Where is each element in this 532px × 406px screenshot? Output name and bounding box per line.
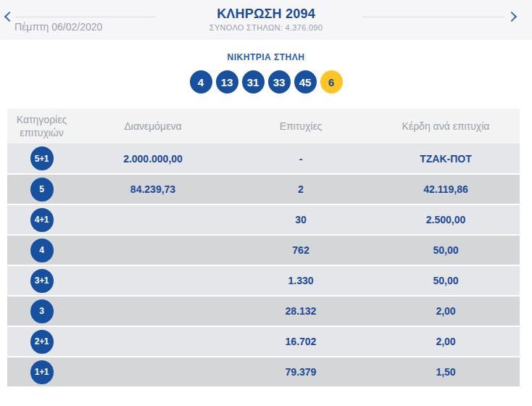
table-row: 3+1 1.330 50,00 bbox=[7, 265, 520, 296]
prize-cell: 2,00 bbox=[372, 326, 520, 357]
column-header-categories: Κατηγορίες επιτυχιών bbox=[7, 109, 76, 144]
category-badge: 3 bbox=[30, 299, 54, 323]
category-badge: 5+1 bbox=[30, 146, 54, 170]
draw-title: ΚΛΗΡΩΣΗ 2094 bbox=[0, 7, 532, 22]
table-row: 2+1 16.702 2,00 bbox=[7, 326, 520, 357]
category-badge: 3+1 bbox=[30, 269, 54, 293]
table-row: 3 28.132 2,00 bbox=[7, 296, 520, 326]
draw-navigation-bar: ΚΛΗΡΩΣΗ 2094 ΣΥΝΟΛΟ ΣΤΗΛΩΝ: 4.376.090 Πέ… bbox=[0, 0, 532, 40]
winners-cell: 30 bbox=[230, 204, 372, 235]
prize-cell: 42.119,86 bbox=[372, 174, 520, 204]
draw-date: Πέμπτη 06/02/2020 bbox=[14, 21, 102, 33]
winners-cell: - bbox=[230, 144, 372, 174]
joker-number-ball: 6 bbox=[320, 70, 343, 94]
category-badge: 1+1 bbox=[30, 360, 54, 384]
distributed-cell bbox=[76, 204, 230, 235]
distributed-cell: 2.000.000,00 bbox=[76, 144, 230, 174]
prize-cell: ΤΖΑΚ-ΠΟΤ bbox=[372, 144, 520, 174]
column-header-distributed: Διανεμόμενα bbox=[76, 109, 230, 144]
lottery-results-page: ΚΛΗΡΩΣΗ 2094 ΣΥΝΟΛΟ ΣΤΗΛΩΝ: 4.376.090 Πέ… bbox=[0, 0, 532, 406]
right-divider bbox=[362, 17, 504, 17]
winners-cell: 762 bbox=[230, 235, 372, 265]
table-header-row: Κατηγορίες επιτυχιών Διανεμόμενα Επιτυχί… bbox=[7, 109, 520, 144]
table-row: 4 762 50,00 bbox=[7, 235, 520, 265]
table-row: 5 84.239,73 2 42.119,86 bbox=[7, 174, 520, 204]
prize-cell: 2,00 bbox=[372, 296, 520, 326]
winning-numbers: 4 13 31 33 45 6 bbox=[0, 70, 532, 94]
distributed-cell bbox=[76, 235, 230, 265]
distributed-cell: 84.239,73 bbox=[76, 174, 230, 204]
prize-cell: 2.500,00 bbox=[372, 204, 520, 235]
table-row: 4+1 30 2.500,00 bbox=[7, 204, 520, 235]
table-row: 1+1 79.379 1,50 bbox=[7, 357, 520, 387]
prize-cell: 50,00 bbox=[372, 235, 520, 265]
distributed-cell bbox=[76, 296, 230, 326]
distributed-cell bbox=[76, 326, 230, 357]
number-ball-2: 13 bbox=[216, 70, 238, 94]
winners-cell: 28.132 bbox=[230, 296, 372, 326]
category-badge: 4+1 bbox=[30, 208, 54, 232]
number-ball-4: 33 bbox=[268, 70, 291, 94]
table-row: 5+1 2.000.000,00 - ΤΖΑΚ-ΠΟΤ bbox=[7, 144, 520, 174]
category-badge: 2+1 bbox=[30, 330, 54, 354]
winning-column-label: ΝΙΚΗΤΡΙΑ ΣΤΗΛΗ bbox=[0, 40, 532, 62]
category-badge: 4 bbox=[30, 239, 54, 262]
prize-cell: 1,50 bbox=[372, 357, 520, 387]
winners-cell: 79.379 bbox=[230, 357, 372, 387]
distributed-cell bbox=[76, 357, 230, 387]
category-badge: 5 bbox=[30, 178, 54, 202]
winning-column-section: ΝΙΚΗΤΡΙΑ ΣΤΗΛΗ 4 13 31 33 45 6 bbox=[0, 40, 532, 94]
number-ball-3: 31 bbox=[242, 70, 265, 94]
column-header-winners: Επιτυχίες bbox=[230, 109, 372, 144]
winners-cell: 2 bbox=[230, 174, 372, 204]
column-header-prize: Κέρδη ανά επιτυχία bbox=[372, 109, 520, 144]
prize-cell: 50,00 bbox=[372, 265, 520, 296]
prize-results-table: Κατηγορίες επιτυχιών Διανεμόμενα Επιτυχί… bbox=[7, 109, 520, 388]
number-ball-1: 4 bbox=[190, 70, 212, 94]
winners-cell: 1.330 bbox=[230, 265, 372, 296]
distributed-cell bbox=[76, 265, 230, 296]
winners-cell: 16.702 bbox=[230, 326, 372, 357]
number-ball-5: 45 bbox=[294, 70, 317, 94]
